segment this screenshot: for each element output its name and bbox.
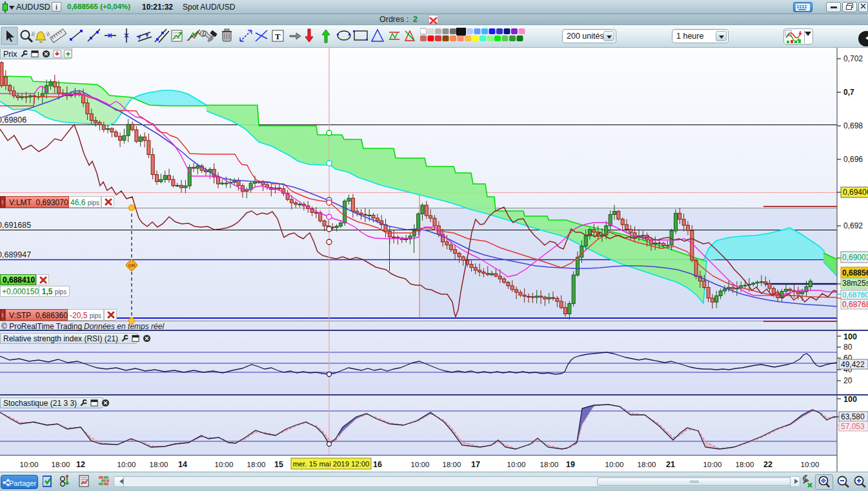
svg-text:10:00: 10:00: [605, 461, 624, 468]
svg-text:12: 12: [76, 460, 85, 469]
svg-text:0,692: 0,692: [843, 221, 863, 230]
svg-text:OR: OR: [128, 263, 136, 268]
svg-text:10:00: 10:00: [20, 461, 39, 468]
svg-text:© ProRealTime Trading: © ProRealTime Trading: [1, 322, 82, 331]
svg-text:0,69400: 0,69400: [843, 188, 868, 197]
svg-text:10:00: 10:00: [215, 461, 234, 468]
svg-text:0,69806: 0,69806: [0, 115, 26, 125]
svg-text:18:00: 18:00: [540, 461, 559, 468]
svg-text:0,68780: 0,68780: [842, 291, 868, 299]
svg-text:0,698: 0,698: [843, 121, 863, 130]
svg-text:18:00: 18:00: [247, 461, 266, 468]
svg-text:0,691685: 0,691685: [0, 221, 31, 230]
svg-text:14: 14: [178, 460, 187, 469]
svg-text:16: 16: [373, 460, 382, 469]
svg-text:22: 22: [763, 460, 772, 469]
svg-text:100: 100: [843, 332, 857, 341]
svg-text:0,696: 0,696: [843, 155, 863, 164]
svg-text:0,688565: 0,688565: [842, 268, 868, 277]
svg-text:mer. 15 mai 2019 12:00: mer. 15 mai 2019 12:00: [293, 460, 370, 468]
svg-text:18:00: 18:00: [638, 461, 656, 468]
svg-text:Données en temps réel: Données en temps réel: [84, 322, 164, 331]
svg-text:38m25s: 38m25s: [842, 279, 868, 288]
svg-text:19: 19: [566, 460, 575, 469]
svg-text:18:00: 18:00: [443, 461, 461, 468]
svg-text:10:00: 10:00: [507, 461, 526, 468]
svg-text:17: 17: [471, 460, 480, 469]
svg-text:0,7: 0,7: [843, 88, 854, 97]
svg-text:0,689947: 0,689947: [0, 250, 31, 259]
svg-text:0,687685: 0,687685: [842, 300, 868, 309]
svg-text:10:00: 10:00: [801, 461, 820, 468]
svg-text:63,580: 63,580: [841, 412, 865, 421]
svg-text:10:00: 10:00: [117, 461, 136, 468]
svg-text:18:00: 18:00: [736, 461, 754, 468]
svg-text:80: 80: [843, 343, 853, 352]
svg-text:100: 100: [843, 395, 857, 404]
svg-text:18:00: 18:00: [150, 461, 168, 468]
svg-text:0,702: 0,702: [843, 54, 863, 63]
svg-text:10:00: 10:00: [411, 461, 430, 468]
svg-text:T: T: [275, 32, 281, 41]
svg-text:15: 15: [274, 460, 283, 469]
svg-text:10:00: 10:00: [703, 461, 722, 468]
svg-text:49,422: 49,422: [841, 360, 865, 369]
svg-text:18:00: 18:00: [52, 461, 70, 468]
svg-text:57,053: 57,053: [841, 422, 865, 431]
svg-text:0,690035: 0,690035: [842, 253, 868, 262]
svg-text:21: 21: [666, 460, 675, 469]
svg-text:20: 20: [843, 376, 853, 385]
